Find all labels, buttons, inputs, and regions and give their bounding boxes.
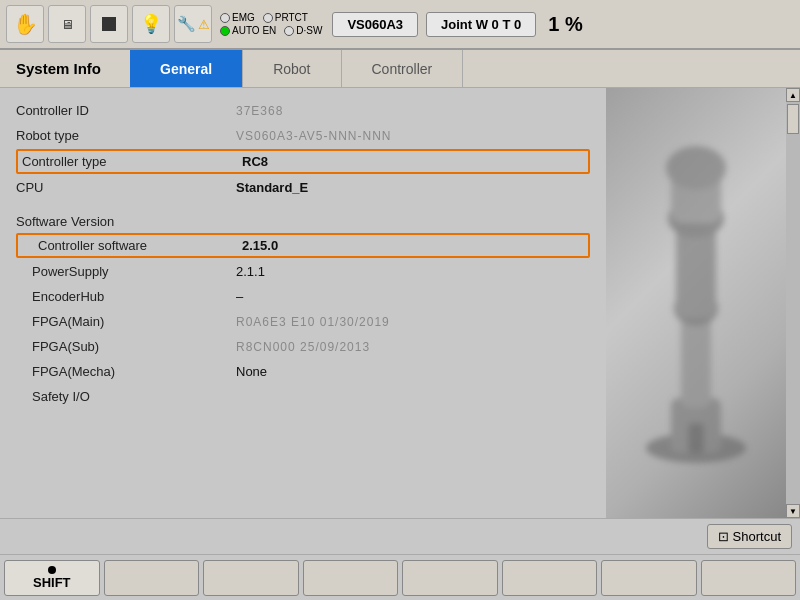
- device-button[interactable]: VS060A3: [332, 12, 418, 37]
- cpu-label: CPU: [16, 180, 236, 195]
- encoder-hub-row: EncoderHub –: [16, 284, 590, 309]
- fpga-sub-row: FPGA(Sub) R8CN000 25/09/2013: [16, 334, 590, 359]
- d-sw-label: D·SW: [296, 25, 322, 36]
- tab-robot[interactable]: Robot: [243, 50, 341, 87]
- tp-icon: 🖥: [61, 17, 74, 32]
- shift-button[interactable]: SHIFT: [4, 560, 100, 596]
- auto-en-label: AUTO EN: [232, 25, 276, 36]
- emg-indicator: EMG: [220, 12, 255, 23]
- shift-label: SHIFT: [33, 575, 71, 590]
- info-panel: Controller ID 37E368 Robot type VS060A3-…: [0, 88, 606, 518]
- hand-icon: ✋: [13, 12, 38, 36]
- tab-general[interactable]: General: [130, 50, 243, 87]
- power-supply-row: PowerSupply 2.1.1: [16, 259, 590, 284]
- status-row-top: EMG PRTCT: [220, 12, 322, 23]
- f3-button[interactable]: [303, 560, 399, 596]
- content-area: Controller ID 37E368 Robot type VS060A3-…: [0, 88, 800, 518]
- auto-en-indicator: AUTO EN: [220, 25, 276, 36]
- light-icon: 💡: [140, 13, 162, 35]
- scroll-thumb[interactable]: [787, 104, 799, 134]
- controller-id-label: Controller ID: [16, 103, 236, 118]
- controller-type-value: RC8: [242, 154, 268, 169]
- f5-button[interactable]: [502, 560, 598, 596]
- svg-point-7: [666, 146, 726, 190]
- svg-rect-8: [688, 423, 704, 453]
- power-supply-value: 2.1.1: [236, 264, 265, 279]
- f6-button[interactable]: [601, 560, 697, 596]
- auto-en-radio: [220, 26, 230, 36]
- f1-button[interactable]: [104, 560, 200, 596]
- status-row-bottom: AUTO EN D·SW: [220, 25, 322, 36]
- f7-button[interactable]: [701, 560, 797, 596]
- robot-arm-svg: [616, 128, 776, 478]
- software-version-title: Software Version: [16, 214, 590, 229]
- prtct-label: PRTCT: [275, 12, 308, 23]
- percent-display: 1 %: [548, 13, 582, 36]
- scrollbar[interactable]: ▲ ▼: [786, 88, 800, 518]
- emg-label: EMG: [232, 12, 255, 23]
- robot-image: [606, 88, 786, 518]
- joint-button[interactable]: Joint W 0 T 0: [426, 12, 536, 37]
- d-sw-radio: [284, 26, 294, 36]
- wrench-icon: 🔧: [177, 15, 196, 33]
- controller-software-value: 2.15.0: [242, 238, 278, 253]
- d-sw-indicator: D·SW: [284, 25, 322, 36]
- fpga-mecha-row: FPGA(Mecha) None: [16, 359, 590, 384]
- encoder-hub-label: EncoderHub: [16, 289, 236, 304]
- controller-software-label: Controller software: [22, 238, 242, 253]
- shortcut-label: Shortcut: [733, 529, 781, 544]
- fpga-sub-value: R8CN000 25/09/2013: [236, 340, 370, 354]
- fpga-sub-label: FPGA(Sub): [16, 339, 236, 354]
- light-button[interactable]: 💡: [132, 5, 170, 43]
- controller-id-row: Controller ID 37E368: [16, 98, 590, 123]
- safety-io-row: Safety I/O: [16, 384, 590, 409]
- main-area: System Info General Robot Controller Con…: [0, 50, 800, 600]
- f4-button[interactable]: [402, 560, 498, 596]
- prtct-radio: [263, 13, 273, 23]
- shortcut-icon: ⊡: [718, 529, 729, 544]
- power-supply-label: PowerSupply: [16, 264, 236, 279]
- warning-icon: ⚠: [198, 17, 210, 32]
- settings-button[interactable]: 🔧 ⚠: [174, 5, 212, 43]
- robot-image-area: [606, 88, 786, 518]
- fpga-main-row: FPGA(Main) R0A6E3 E10 01/30/2019: [16, 309, 590, 334]
- fpga-mecha-label: FPGA(Mecha): [16, 364, 236, 379]
- scroll-down-arrow[interactable]: ▼: [786, 504, 800, 518]
- f2-button[interactable]: [203, 560, 299, 596]
- top-toolbar: ✋ 🖥 💡 🔧 ⚠ EMG PRTCT AUTO: [0, 0, 800, 50]
- robot-type-value: VS060A3-AV5-NNN-NNN: [236, 129, 391, 143]
- shift-dot: [48, 566, 56, 574]
- status-panel: EMG PRTCT AUTO EN D·SW: [220, 12, 322, 36]
- system-info-title: System Info: [0, 50, 130, 87]
- man-button[interactable]: ✋: [6, 5, 44, 43]
- fpga-main-value: R0A6E3 E10 01/30/2019: [236, 315, 390, 329]
- fpga-main-label: FPGA(Main): [16, 314, 236, 329]
- shortcut-bar: ⊡ Shortcut: [0, 518, 800, 554]
- stop-icon: [102, 17, 116, 31]
- system-info-bar: System Info General Robot Controller: [0, 50, 800, 88]
- fpga-mecha-value: None: [236, 364, 267, 379]
- controller-id-value: 37E368: [236, 104, 283, 118]
- controller-type-label: Controller type: [22, 154, 242, 169]
- stop-button[interactable]: [90, 5, 128, 43]
- tp-button[interactable]: 🖥: [48, 5, 86, 43]
- robot-type-row: Robot type VS060A3-AV5-NNN-NNN: [16, 123, 590, 148]
- tab-controller[interactable]: Controller: [342, 50, 464, 87]
- scroll-up-arrow[interactable]: ▲: [786, 88, 800, 102]
- controller-software-row: Controller software 2.15.0: [16, 233, 590, 258]
- controller-type-row: Controller type RC8: [16, 149, 590, 174]
- encoder-hub-value: –: [236, 289, 243, 304]
- cpu-value: Standard_E: [236, 180, 308, 195]
- prtct-indicator: PRTCT: [263, 12, 308, 23]
- emg-radio: [220, 13, 230, 23]
- function-bar: SHIFT: [0, 554, 800, 600]
- robot-type-label: Robot type: [16, 128, 236, 143]
- safety-io-label: Safety I/O: [16, 389, 236, 404]
- shortcut-button[interactable]: ⊡ Shortcut: [707, 524, 792, 549]
- cpu-row: CPU Standard_E: [16, 175, 590, 200]
